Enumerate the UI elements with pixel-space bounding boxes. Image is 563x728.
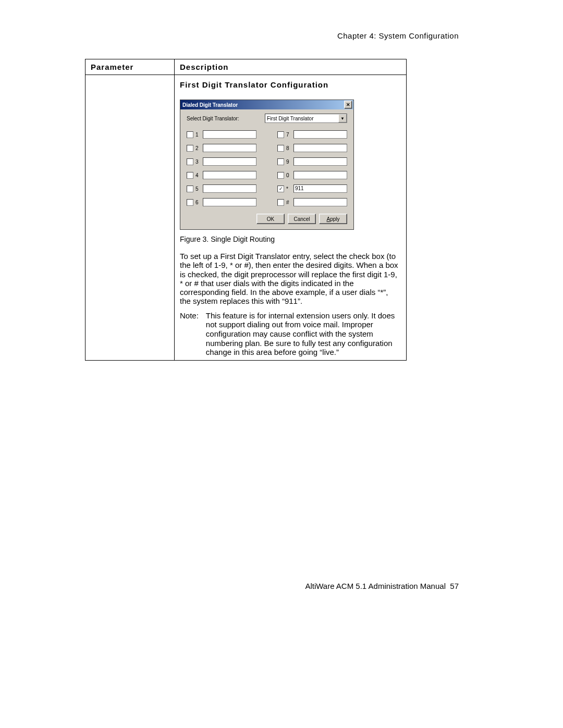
digit-label: 1 bbox=[195, 132, 201, 138]
note-body: This feature is for internal extension u… bbox=[206, 311, 401, 357]
note-label: Note: bbox=[180, 311, 199, 357]
col-header-description: Description bbox=[175, 59, 407, 75]
digit-input-0[interactable] bbox=[293, 171, 347, 179]
dialog-titlebar[interactable]: Dialed Digit Translator ✕ bbox=[180, 100, 353, 109]
section-title: First Digit Translator Configuration bbox=[180, 80, 401, 89]
figure-number: Figure 3. bbox=[180, 235, 211, 243]
instruction-paragraph: To set up a First Digit Translator entry… bbox=[180, 252, 401, 306]
digit-label: * bbox=[286, 186, 291, 192]
digit-input-3[interactable] bbox=[203, 157, 256, 166]
dialog-title: Dialed Digit Translator bbox=[182, 102, 238, 108]
digit-input-5[interactable] bbox=[203, 184, 256, 193]
digit-label: 7 bbox=[286, 132, 291, 138]
digit-input-9[interactable] bbox=[293, 157, 347, 166]
checkbox-digit-1[interactable] bbox=[187, 131, 193, 138]
checkbox-digit-#[interactable] bbox=[277, 199, 284, 206]
digit-label: # bbox=[286, 200, 291, 205]
digit-item-2: 2 bbox=[187, 144, 256, 152]
digit-item-8: 8 bbox=[277, 144, 347, 152]
digit-input-*[interactable]: 911 bbox=[293, 184, 347, 193]
digit-item-4: 4 bbox=[187, 171, 256, 179]
figure-title: Single Digit Routing bbox=[211, 235, 275, 243]
checkbox-digit-0[interactable] bbox=[277, 172, 284, 179]
digit-item-5: 5 bbox=[187, 184, 256, 193]
digit-label: 5 bbox=[195, 186, 201, 192]
digit-input-2[interactable] bbox=[203, 144, 256, 152]
checkbox-digit-7[interactable] bbox=[277, 131, 284, 138]
digit-input-1[interactable] bbox=[203, 130, 256, 139]
checkbox-digit-5[interactable] bbox=[187, 186, 193, 192]
chevron-down-icon[interactable]: ▼ bbox=[338, 114, 347, 122]
checkbox-digit-4[interactable] bbox=[187, 172, 193, 179]
parameter-description-table: Parameter Description First Digit Transl… bbox=[85, 59, 407, 361]
digit-item-3: 3 bbox=[187, 157, 256, 166]
digit-label: 0 bbox=[286, 172, 291, 178]
footer-title: AltiWare ACM 5.1 Administration Manual bbox=[305, 582, 446, 590]
cancel-button[interactable]: Cancel bbox=[288, 214, 316, 224]
dialed-digit-translator-dialog: Dialed Digit Translator ✕ Select Digit T… bbox=[180, 100, 354, 230]
checkbox-digit-3[interactable] bbox=[187, 158, 193, 165]
ok-button[interactable]: OK bbox=[256, 214, 285, 224]
digit-label: 8 bbox=[286, 145, 291, 151]
checkbox-digit-9[interactable] bbox=[277, 158, 284, 165]
close-icon[interactable]: ✕ bbox=[344, 101, 352, 109]
digit-item-*: *911 bbox=[277, 184, 347, 193]
checkbox-digit-6[interactable] bbox=[187, 199, 193, 206]
digit-item-7: 7 bbox=[277, 130, 347, 139]
dropdown-value: First Digit Translator bbox=[267, 116, 313, 121]
digit-input-#[interactable] bbox=[293, 198, 347, 206]
select-translator-dropdown[interactable]: First Digit Translator ▼ bbox=[265, 114, 347, 123]
col-header-parameter: Parameter bbox=[85, 59, 175, 75]
apply-button[interactable]: Apply bbox=[319, 214, 347, 224]
digit-input-7[interactable] bbox=[293, 130, 347, 139]
parameter-cell-empty bbox=[85, 75, 175, 361]
checkbox-digit-2[interactable] bbox=[187, 145, 193, 152]
checkbox-digit-*[interactable] bbox=[277, 186, 284, 192]
digit-label: 9 bbox=[286, 159, 291, 165]
checkbox-digit-8[interactable] bbox=[277, 145, 284, 152]
figure-caption: Figure 3. Single Digit Routing bbox=[180, 235, 401, 243]
digit-input-4[interactable] bbox=[203, 171, 256, 179]
digit-item-1: 1 bbox=[187, 130, 256, 139]
select-translator-label: Select Digit Translator: bbox=[187, 116, 265, 121]
footer-page-number: 57 bbox=[450, 582, 459, 590]
page-header: Chapter 4: System Configuration bbox=[337, 31, 459, 40]
page-footer: AltiWare ACM 5.1 Administration Manual 5… bbox=[305, 582, 459, 590]
digit-input-6[interactable] bbox=[203, 198, 256, 206]
note-block: Note: This feature is for internal exten… bbox=[180, 311, 401, 357]
digit-item-#: # bbox=[277, 198, 347, 206]
digit-label: 3 bbox=[195, 159, 201, 165]
digit-input-8[interactable] bbox=[293, 144, 347, 152]
digit-item-9: 9 bbox=[277, 157, 347, 166]
digit-label: 6 bbox=[195, 200, 201, 205]
digit-label: 4 bbox=[195, 172, 201, 178]
digit-item-6: 6 bbox=[187, 198, 256, 206]
digit-label: 2 bbox=[195, 145, 201, 151]
description-cell: First Digit Translator Configuration Dia… bbox=[175, 75, 407, 361]
digit-item-0: 0 bbox=[277, 171, 347, 179]
digit-grid: 172839405*9116# bbox=[187, 130, 347, 206]
